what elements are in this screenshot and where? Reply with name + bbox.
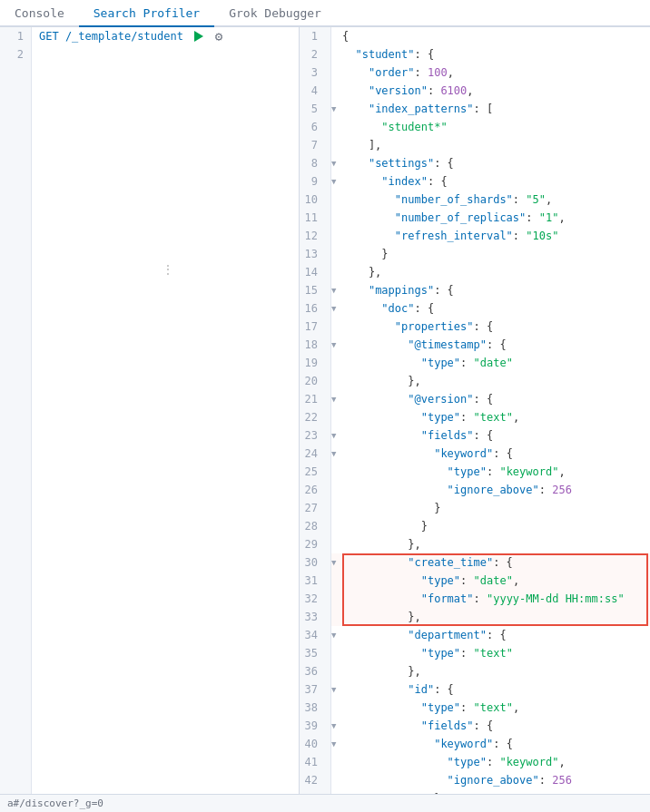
fold-arrow[interactable]: ▼ [331,390,342,408]
json-code: "@version": { [342,390,493,408]
json-row: "student*" [331,118,650,136]
fold-arrow[interactable]: ▼ [331,553,342,572]
editor-line-numbers: 1 2 [0,27,32,812]
json-row: }, [331,372,650,390]
json-code: "keyword": { [342,735,513,753]
output-scroll-area[interactable]: { "student": { "order": 100, "version": … [331,27,650,812]
json-row: ▼ "create_time": { [331,553,650,572]
json-row: "refresh_interval": "10s" [331,227,650,245]
json-row: }, [331,263,650,281]
tab-search-profiler[interactable]: Search Profiler [79,1,214,27]
json-code: "type": "text", [342,408,519,426]
editor-line-1[interactable]: GET /_template/student ⚙ [39,27,299,45]
run-button[interactable] [191,28,207,44]
json-row: } [331,499,650,517]
json-row: "properties": { [331,318,650,336]
fold-arrow[interactable]: ▼ [331,735,342,753]
json-row: "number_of_replicas": "1", [331,209,650,227]
tab-grok-debugger[interactable]: Grok Debugger [214,1,336,27]
json-row: "order": 100, [331,64,650,82]
json-code: "version": 6100, [342,82,474,100]
json-row: "type": "keyword", [331,753,650,771]
json-code: "department": { [342,626,507,644]
play-icon [194,31,203,42]
editor-code-area[interactable]: GET /_template/student ⚙ ⋮ [32,27,299,812]
json-row: "type": "text", [331,699,650,717]
json-row: }, [331,608,650,626]
json-code: "order": 100, [342,64,454,82]
json-row: "version": 6100, [331,82,650,100]
json-code: }, [342,372,421,390]
json-code: } [342,517,428,535]
json-row: ▼ "keyword": { [331,735,650,753]
output-panel: 1234567891011121314151617181920212223242… [300,27,650,812]
status-bar: a#/discover?_g=0 [0,794,650,812]
json-row: "type": "keyword", [331,463,650,481]
editor-panel: 1 2 GET /_template/student ⚙ [0,27,300,812]
fold-arrow[interactable]: ▼ [331,426,342,445]
fold-arrow[interactable]: ▼ [331,336,342,354]
json-row: "type": "text" [331,644,650,662]
json-code: }, [342,662,421,680]
fold-arrow[interactable]: ▼ [331,445,342,463]
json-row: "type": "date", [331,572,650,590]
wrench-icon: ⚙ [215,27,222,45]
json-row: ▼ "@version": { [331,390,650,408]
json-code: "index": { [342,172,448,191]
editor-input-text: GET /_template/student [39,27,183,45]
json-row: "type": "date" [331,354,650,372]
json-code: "type": "date", [342,572,519,590]
output-line-numbers: 1234567891011121314151617181920212223242… [300,27,331,812]
json-code: "@timestamp": { [342,336,507,354]
json-code: "ignore_above": 256 [342,771,572,789]
json-row: ▼ "index_patterns": [ [331,100,650,118]
json-code: "settings": { [342,154,454,172]
json-row: "type": "text", [331,408,650,426]
json-row: "number_of_shards": "5", [331,191,650,209]
json-code: "type": "text" [342,644,513,662]
json-code: }, [342,263,381,281]
json-code: "student": { [342,45,434,64]
fold-arrow[interactable]: ▼ [331,281,342,299]
wrench-button[interactable]: ⚙ [211,28,227,44]
json-row: ▼ "mappings": { [331,281,650,299]
tab-console[interactable]: Console [0,1,79,27]
fold-arrow[interactable]: ▼ [331,626,342,644]
divider-dots: ⋮ [39,263,299,276]
json-code: "doc": { [342,299,434,318]
fold-arrow[interactable]: ▼ [331,680,342,699]
json-code: "fields": { [342,717,493,735]
json-row: ▼ "index": { [331,172,650,191]
json-code: "ignore_above": 256 [342,481,572,499]
json-code: }, [342,608,421,626]
json-code: "fields": { [342,426,493,445]
json-code: "keyword": { [342,445,513,463]
fold-arrow[interactable]: ▼ [331,299,342,318]
json-code: }, [342,535,421,553]
json-code: "type": "keyword", [342,463,566,481]
fold-arrow[interactable]: ▼ [331,100,342,118]
json-row: "student": { [331,45,650,64]
json-row: ▼ "doc": { [331,299,650,318]
json-code: "format": "yyyy-MM-dd HH:mm:ss" [342,590,625,608]
fold-arrow[interactable]: ▼ [331,154,342,172]
json-row: "ignore_above": 256 [331,771,650,789]
json-code: "create_time": { [342,553,513,572]
json-row: ▼ "keyword": { [331,445,650,463]
fold-arrow[interactable]: ▼ [331,172,342,191]
json-row: }, [331,662,650,680]
json-row: ▼ "fields": { [331,426,650,445]
editor-line-2 [39,45,299,64]
editor-content: 1 2 GET /_template/student ⚙ [0,27,299,812]
fold-arrow[interactable]: ▼ [331,717,342,735]
json-code: "id": { [342,680,454,699]
json-code: "type": "text", [342,699,519,717]
json-row: ▼ "settings": { [331,154,650,172]
json-code: { [342,27,349,45]
json-code: "index_patterns": [ [342,100,493,118]
json-code: "mappings": { [342,281,454,299]
main-container: 1 2 GET /_template/student ⚙ [0,27,650,812]
editor-toolbar: ⚙ [191,28,227,44]
json-row: ▼ "fields": { [331,717,650,735]
json-code: "refresh_interval": "10s" [342,227,558,245]
